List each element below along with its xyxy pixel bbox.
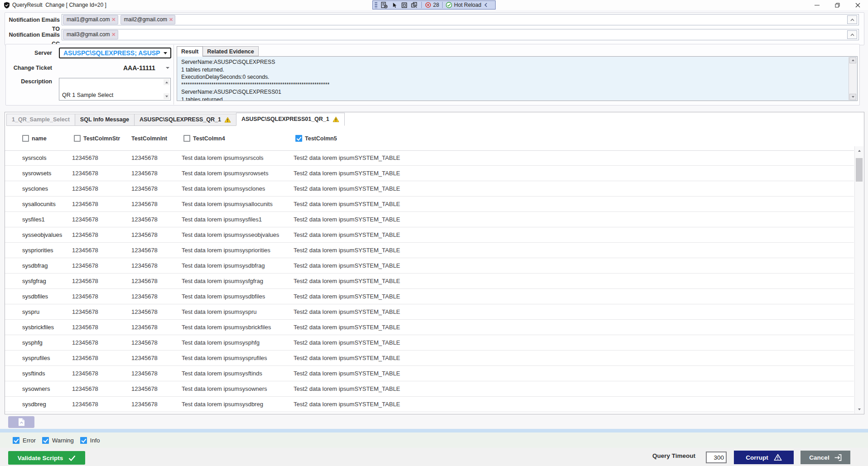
result-scrollbar[interactable]: [849, 57, 857, 100]
scrollbar-thumb[interactable]: [856, 158, 863, 182]
filter-checkbox-info[interactable]: [80, 437, 87, 444]
toolbar-separator: [421, 2, 422, 8]
scroll-down-icon[interactable]: [855, 405, 863, 413]
email-chip-text: mail1@gmail.com: [67, 16, 110, 23]
close-button[interactable]: [848, 0, 868, 10]
table-row[interactable]: sysbrickfiles1234567812345678Test data l…: [5, 320, 854, 335]
scroll-up-icon[interactable]: [164, 79, 169, 85]
table-row[interactable]: sysclones1234567812345678Test data lorem…: [5, 181, 854, 197]
collapse-field-button[interactable]: [847, 30, 857, 39]
table-row[interactable]: sysdbfiles1234567812345678Test data lore…: [5, 289, 854, 304]
table-row[interactable]: sysfiles11234567812345678Test data lorem…: [5, 212, 854, 227]
cancel-button[interactable]: Cancel: [800, 451, 850, 464]
table-row[interactable]: syspru1234567812345678Test data lorem ip…: [5, 304, 854, 320]
window-title: QueryResult Change [ Change Id=20 ]: [12, 0, 106, 10]
column-checkbox-testcolmn4[interactable]: [183, 135, 190, 142]
select-element-icon[interactable]: [391, 2, 398, 9]
table-row[interactable]: sysseobjvalues1234567812345678Test data …: [5, 227, 854, 243]
scroll-down-icon[interactable]: [849, 94, 856, 100]
table-row[interactable]: sysdbfrag1234567812345678Test data lorem…: [5, 258, 854, 274]
table-row[interactable]: sysrscols1234567812345678Test data lorem…: [5, 150, 854, 166]
tab-result[interactable]: Result: [177, 46, 203, 57]
grid-tab-asuspc-sqlexpress-qr-1[interactable]: ASUSPC\SQLEXPRESS_QR_1: [134, 114, 236, 126]
table-cell: 12345678: [131, 355, 182, 361]
filter-checkbox-warning[interactable]: [42, 437, 49, 444]
grid-tab-label: SQL Info Message: [80, 114, 129, 126]
table-cell: 12345678: [131, 278, 182, 284]
emails-to-field[interactable]: mail1@gmail.com✕mail2@gmail.com✕: [62, 14, 859, 25]
hot-reload-label: Hot Reload: [454, 2, 481, 8]
table-cell: sysprufiles: [22, 355, 72, 361]
grid-tab-asuspc-sqlexpress01-qr-1[interactable]: ASUSPC\SQLEXPRESS01_QR_1: [236, 113, 345, 126]
result-log[interactable]: ServerName:ASUSPC\SQLEXPRESS1 tables ret…: [177, 56, 858, 101]
tab-related-evidence[interactable]: Related Evidence: [203, 46, 259, 56]
collapse-field-button[interactable]: [847, 15, 857, 24]
table-cell: Test2 data lorem ipsumSYSTEM_TABLE: [294, 185, 854, 192]
table-row[interactable]: sysdbreg1234567812345678Test data lorem …: [5, 397, 854, 412]
grid-scrollbar[interactable]: [854, 146, 863, 413]
ticket-chevron-down-icon[interactable]: [166, 67, 169, 69]
collapse-toolbar-chevron[interactable]: [484, 3, 487, 7]
query-timeout-input[interactable]: [706, 452, 727, 463]
query-result-window: QueryResult Change [ Change Id=20 ] 28: [0, 0, 868, 466]
table-cell: 12345678: [131, 154, 182, 161]
table-cell: Test data lorem ipsumsysseobjvalues: [182, 231, 294, 238]
binding-failures-counter[interactable]: 28: [425, 2, 439, 8]
table-row[interactable]: sysprufiles1234567812345678Test data lor…: [5, 351, 854, 366]
change-ticket-label: Change Ticket: [0, 63, 52, 72]
table-cell: 12345678: [131, 401, 182, 408]
remove-email-icon[interactable]: ✕: [111, 15, 116, 24]
table-cell: 12345678: [131, 339, 182, 346]
hot-reload-button[interactable]: Hot Reload: [446, 2, 481, 8]
column-checkbox-testcolmn5[interactable]: [295, 135, 302, 142]
export-file-button[interactable]: [8, 416, 34, 428]
grid-header-row: nameTestColmnStrTestColmnIntTestColmn4Te…: [5, 126, 854, 151]
live-visual-tree-icon[interactable]: [381, 1, 388, 9]
table-row[interactable]: syspriorities1234567812345678Test data l…: [5, 243, 854, 258]
filter-checkbox-error[interactable]: [13, 437, 19, 444]
table-cell: 12345678: [131, 247, 182, 254]
warning-icon: [224, 117, 231, 123]
server-dropdown[interactable]: ASUSPC\SQLEXPRESS; ASUSPC: [59, 48, 171, 58]
emails-cc-field[interactable]: mail3@gmail.com✕: [62, 29, 859, 40]
table-row[interactable]: sysfgfrag1234567812345678Test data lorem…: [5, 274, 854, 289]
separator-bar: [0, 429, 868, 432]
column-checkbox-name[interactable]: [22, 135, 29, 142]
change-ticket-value[interactable]: AAA-11111: [123, 63, 162, 72]
track-focused-element-icon[interactable]: [411, 2, 418, 9]
query-timeout-label: Query Timeout: [652, 452, 695, 459]
table-cell: 12345678: [131, 262, 182, 269]
table-row[interactable]: sysallocunits1234567812345678Test data l…: [5, 197, 854, 212]
table-row[interactable]: sysphfg1234567812345678Test data lorem i…: [5, 335, 854, 351]
corrupt-button[interactable]: Corrupt: [734, 451, 794, 464]
table-cell: sysfgfrag: [22, 278, 72, 284]
scroll-down-icon[interactable]: [164, 93, 169, 99]
column-checkbox-testcolmnstr[interactable]: [74, 135, 81, 142]
remove-email-icon[interactable]: ✕: [111, 30, 116, 39]
table-row[interactable]: sysrowsets1234567812345678Test data lore…: [5, 166, 854, 181]
table-cell: sysrscols: [22, 154, 72, 161]
filter-error[interactable]: Error: [13, 437, 36, 444]
scroll-up-icon[interactable]: [855, 146, 863, 155]
column-label: name: [32, 135, 47, 142]
result-log-line: ExecutionDelaySeconds:0 seconds.: [181, 73, 846, 81]
result-log-line: 1 tables returned.: [181, 66, 846, 74]
grid-tab-sql-info-message[interactable]: SQL Info Message: [75, 114, 135, 126]
remove-email-icon[interactable]: ✕: [169, 15, 173, 24]
filter-warning[interactable]: Warning: [42, 437, 74, 444]
column-label: TestColmn4: [193, 135, 225, 142]
grid-tab-1-qr-sample-select[interactable]: 1_QR_Sample_Select: [6, 114, 75, 126]
scroll-up-icon[interactable]: [849, 57, 856, 63]
titlebar: QueryResult Change [ Change Id=20 ] 28: [0, 0, 868, 10]
restore-button[interactable]: [827, 0, 848, 10]
toolbar-grip-handle[interactable]: [375, 2, 377, 8]
result-tabstrip: Result Related Evidence: [177, 46, 259, 57]
description-textarea[interactable]: QR 1 Sample Select: [59, 78, 171, 101]
validate-scripts-button[interactable]: Validate Scripts: [8, 451, 85, 465]
display-adorners-icon[interactable]: [401, 2, 408, 9]
table-row[interactable]: sysowners1234567812345678Test data lorem…: [5, 381, 854, 397]
table-cell: 12345678: [72, 293, 131, 300]
filter-info[interactable]: Info: [80, 437, 100, 444]
minimize-button[interactable]: [807, 0, 827, 10]
table-row[interactable]: sysftinds1234567812345678Test data lorem…: [5, 366, 854, 381]
